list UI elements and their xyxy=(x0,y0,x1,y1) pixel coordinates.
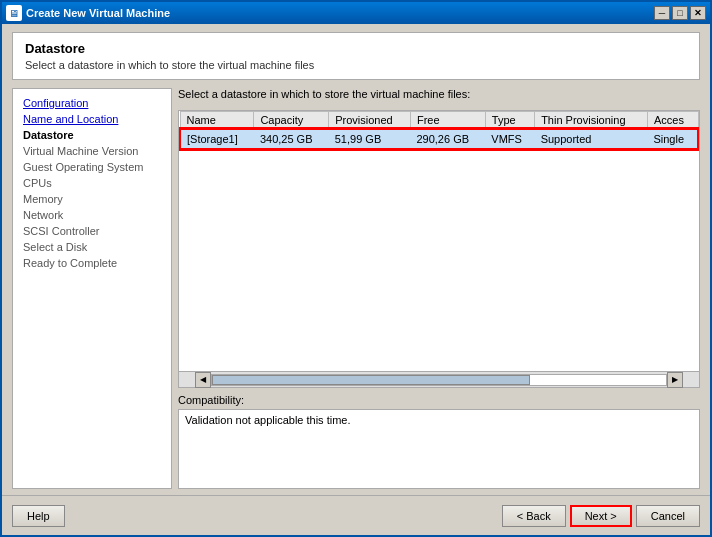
table-row[interactable]: [Storage1] 340,25 GB 51,99 GB 290,26 GB … xyxy=(180,129,698,149)
footer-right: < Back Next > Cancel xyxy=(502,505,700,527)
sidebar-item-select-disk[interactable]: Select a Disk xyxy=(13,239,171,255)
col-thin-prov: Thin Provisioning xyxy=(535,112,648,130)
back-button[interactable]: < Back xyxy=(502,505,566,527)
col-free: Free xyxy=(410,112,485,130)
cell-provisioned: 51,99 GB xyxy=(329,129,411,149)
footer: Help < Back Next > Cancel xyxy=(2,495,710,535)
sidebar-item-name-location[interactable]: Name and Location xyxy=(13,111,171,127)
scroll-right-arrow[interactable]: ▶ xyxy=(667,372,683,388)
title-bar: 🖥 Create New Virtual Machine ─ □ ✕ xyxy=(2,2,710,24)
compatibility-text: Validation not applicable this time. xyxy=(185,414,351,426)
scrollbar-track[interactable] xyxy=(211,374,667,386)
col-capacity: Capacity xyxy=(254,112,329,130)
next-button[interactable]: Next > xyxy=(570,505,632,527)
horizontal-scrollbar[interactable]: ◀ ▶ xyxy=(179,371,699,387)
col-name: Name xyxy=(180,112,254,130)
cell-type: VMFS xyxy=(485,129,534,149)
table-body: [Storage1] 340,25 GB 51,99 GB 290,26 GB … xyxy=(180,129,698,149)
table-scroll-area: Name Capacity Provisioned Free Type Thin… xyxy=(179,111,699,371)
cell-thin-prov: Supported xyxy=(535,129,648,149)
sidebar-item-network[interactable]: Network xyxy=(13,207,171,223)
right-content: Select a datastore in which to store the… xyxy=(178,88,700,489)
scrollbar-thumb xyxy=(212,375,530,385)
window-icon: 🖥 xyxy=(6,5,22,21)
help-button[interactable]: Help xyxy=(12,505,65,527)
datastore-table-container: Name Capacity Provisioned Free Type Thin… xyxy=(178,110,700,388)
sidebar-item-datastore[interactable]: Datastore xyxy=(13,127,171,143)
sidebar-item-guest-os[interactable]: Guest Operating System xyxy=(13,159,171,175)
col-type: Type xyxy=(485,112,534,130)
col-access: Acces xyxy=(647,112,698,130)
restore-button[interactable]: □ xyxy=(672,6,688,20)
body-area: Configuration Name and Location Datastor… xyxy=(12,88,700,489)
compatibility-section: Compatibility: Validation not applicable… xyxy=(178,394,700,489)
title-bar-buttons: ─ □ ✕ xyxy=(654,6,706,20)
header-subtitle: Select a datastore in which to store the… xyxy=(25,59,687,71)
header-section: Datastore Select a datastore in which to… xyxy=(12,32,700,80)
header-title: Datastore xyxy=(25,41,687,56)
sidebar-item-vm-version[interactable]: Virtual Machine Version xyxy=(13,143,171,159)
sidebar: Configuration Name and Location Datastor… xyxy=(12,88,172,489)
scroll-left-arrow[interactable]: ◀ xyxy=(195,372,211,388)
minimize-button[interactable]: ─ xyxy=(654,6,670,20)
col-provisioned: Provisioned xyxy=(329,112,411,130)
cell-capacity: 340,25 GB xyxy=(254,129,329,149)
cancel-button[interactable]: Cancel xyxy=(636,505,700,527)
window-title: Create New Virtual Machine xyxy=(26,7,170,19)
cell-free: 290,26 GB xyxy=(410,129,485,149)
sidebar-item-scsi[interactable]: SCSI Controller xyxy=(13,223,171,239)
main-window: 🖥 Create New Virtual Machine ─ □ ✕ Datas… xyxy=(0,0,712,537)
compatibility-label: Compatibility: xyxy=(178,394,700,406)
sidebar-item-configuration[interactable]: Configuration xyxy=(13,95,171,111)
sidebar-item-cpus[interactable]: CPUs xyxy=(13,175,171,191)
datastore-table: Name Capacity Provisioned Free Type Thin… xyxy=(179,111,699,150)
sidebar-item-ready[interactable]: Ready to Complete xyxy=(13,255,171,271)
table-header-row: Name Capacity Provisioned Free Type Thin… xyxy=(180,112,698,130)
main-content: Datastore Select a datastore in which to… xyxy=(2,24,710,495)
title-bar-left: 🖥 Create New Virtual Machine xyxy=(6,5,170,21)
content-instruction: Select a datastore in which to store the… xyxy=(178,88,700,100)
close-button[interactable]: ✕ xyxy=(690,6,706,20)
compatibility-box: Validation not applicable this time. xyxy=(178,409,700,489)
table-header: Name Capacity Provisioned Free Type Thin… xyxy=(180,112,698,130)
sidebar-item-memory[interactable]: Memory xyxy=(13,191,171,207)
cell-access: Single xyxy=(647,129,698,149)
cell-name: [Storage1] xyxy=(180,129,254,149)
